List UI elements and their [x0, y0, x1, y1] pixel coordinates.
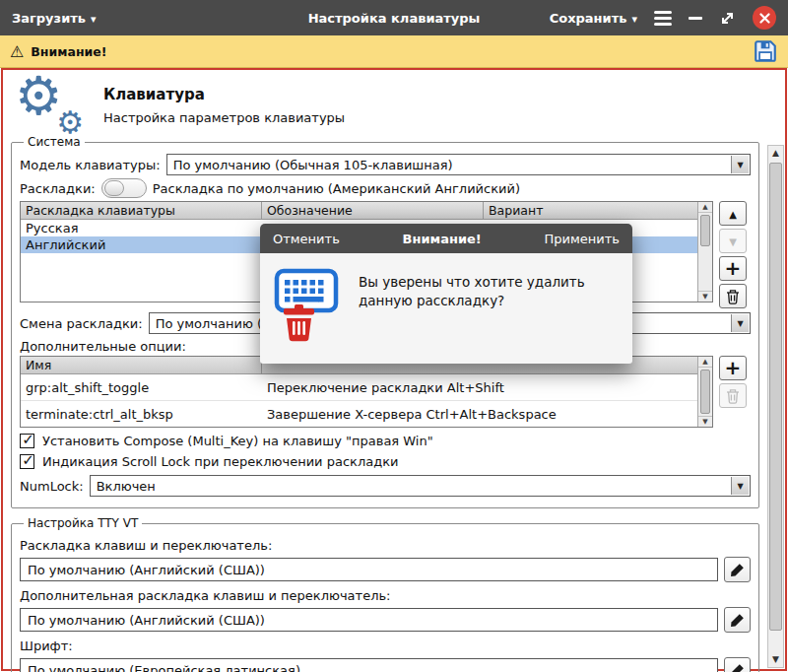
menu-button[interactable]: [654, 6, 672, 30]
options-table-zone: Имя grp:alt_shift_toggle Переключение ра…: [20, 356, 751, 428]
compose-checkbox[interactable]: [20, 434, 34, 448]
checkmark-icon: [21, 433, 33, 450]
column-header-code[interactable]: Обозначение: [262, 202, 484, 220]
load-button-label: Загрузить: [12, 11, 86, 26]
layout-table-scrollbar[interactable]: ▲ ▼: [697, 202, 712, 302]
checkmark-icon: [21, 453, 33, 471]
titlebar: Загрузить Настройка клавиатуры Сохранить: [0, 0, 788, 35]
layout-table-buttons: [719, 201, 749, 308]
load-button[interactable]: Загрузить: [12, 11, 97, 26]
tty-extra-layout-input[interactable]: По умолчанию (Английский (США)): [20, 608, 718, 632]
add-layout-button[interactable]: [719, 256, 747, 281]
options-table-scrollbar[interactable]: ▲ ▼: [697, 357, 712, 427]
edit-tty-layout-button[interactable]: [724, 557, 751, 582]
scrolllock-checkbox-row[interactable]: Индикация Scroll Lock при переключении р…: [20, 454, 751, 469]
numlock-select[interactable]: Включен: [90, 475, 751, 497]
scroll-down-icon[interactable]: ▼: [698, 416, 712, 427]
main-panel: Клавиатура Настройка параметров клавиату…: [1, 68, 787, 671]
layouts-default-toggle[interactable]: [101, 178, 147, 198]
keyboard-model-select[interactable]: По умолчанию (Обычная 105-клавишная): [166, 154, 751, 175]
tty-font-label: Шрифт:: [20, 638, 751, 653]
layout-table-header: Раскладка клавиатуры Обозначение Вариант: [21, 202, 712, 220]
options-table: Имя grp:alt_shift_toggle Переключение ра…: [20, 356, 713, 428]
keyboard-model-value: По умолчанию (Обычная 105-клавишная): [173, 158, 453, 172]
main-scrollbar[interactable]: ▲ ▼: [767, 145, 784, 668]
settings-content: Система Модель клавиатуры: По умолчанию …: [3, 135, 785, 672]
plus-icon: [725, 359, 742, 378]
column-header-name[interactable]: Имя: [21, 357, 262, 374]
dialog-apply-button[interactable]: Применить: [545, 232, 620, 246]
layouts-row: Раскладки: Раскладка по умолчанию (Амери…: [20, 178, 751, 198]
add-option-button[interactable]: [719, 356, 747, 380]
pencil-icon: [730, 563, 745, 577]
numlock-label: NumLock:: [20, 479, 84, 494]
dropdown-arrow-icon[interactable]: [731, 156, 749, 173]
dropdown-arrow-icon[interactable]: [731, 477, 749, 495]
gear-icon: [56, 107, 84, 138]
options-table-buttons: [719, 356, 749, 428]
compose-checkbox-row[interactable]: Установить Compose (Multi_Key) на клавиш…: [20, 434, 751, 448]
layout-switch-label: Смена раскладки:: [20, 316, 143, 331]
edit-tty-font-button[interactable]: [724, 657, 751, 672]
pencil-icon: [730, 663, 745, 672]
layouts-default-text: Раскладка по умолчанию (Американский Анг…: [153, 181, 520, 196]
layouts-label: Раскладки:: [20, 181, 96, 196]
caret-down-icon: [86, 11, 97, 26]
save-file-button[interactable]: [753, 38, 778, 64]
dialog-header: Отменить Внимание! Применить: [260, 224, 632, 253]
keyboard-model-label: Модель клавиатуры:: [20, 158, 161, 172]
move-up-button[interactable]: [719, 201, 747, 226]
expand-icon: [719, 10, 736, 27]
option-name: terminate:ctrl_alt_bksp: [21, 407, 262, 422]
option-description: Переключение раскладки Alt+Shift: [262, 380, 712, 395]
cell-layout-name: Русская: [21, 220, 262, 236]
minimize-button[interactable]: [689, 6, 702, 30]
scroll-down-icon[interactable]: ▼: [698, 291, 712, 302]
warning-bar: Внимание!: [0, 35, 788, 68]
scroll-up-icon[interactable]: ▲: [698, 202, 712, 213]
keyboard-model-row: Модель клавиатуры: По умолчанию (Обычная…: [20, 154, 751, 175]
scrolllock-checkbox-label: Индикация Scroll Lock при переключении р…: [42, 454, 398, 469]
column-header-layout[interactable]: Раскладка клавиатуры: [21, 202, 262, 220]
dialog-cancel-button[interactable]: Отменить: [273, 232, 340, 246]
cell-layout-name: Английский: [21, 236, 262, 253]
option-row[interactable]: terminate:ctrl_alt_bksp Завершение X-сер…: [21, 401, 712, 428]
tty-font-row: По умолчанию (Европейская латинская): [20, 657, 751, 672]
minimize-icon: [689, 17, 702, 20]
numlock-row: NumLock: Включен: [20, 475, 751, 497]
dropdown-arrow-icon[interactable]: [731, 314, 749, 332]
trash-icon: [284, 304, 314, 341]
column-header-variant[interactable]: Вариант: [484, 202, 712, 220]
tty-group: Настройка TTY VT Раскладка клавиш и пере…: [11, 516, 759, 672]
scroll-up-icon[interactable]: ▲: [768, 146, 783, 161]
page-header: Клавиатура Настройка параметров клавиату…: [3, 70, 785, 135]
arrow-down-icon: [729, 234, 737, 248]
edit-tty-extra-layout-button[interactable]: [724, 607, 751, 633]
tty-extra-layout-row: По умолчанию (Английский (США)): [20, 607, 751, 633]
hamburger-icon: [654, 11, 672, 14]
maximize-button[interactable]: [719, 6, 736, 30]
pencil-icon: [730, 613, 745, 628]
warning-icon: [10, 42, 31, 61]
scrollbar-thumb[interactable]: [700, 215, 710, 246]
toggle-knob: [104, 180, 124, 196]
scrollbar-thumb[interactable]: [769, 163, 782, 631]
option-row[interactable]: grp:alt_shift_toggle Переключение раскла…: [21, 374, 712, 401]
window-title: Настройка клавиатуры: [308, 11, 481, 26]
close-button[interactable]: [753, 6, 776, 30]
scrolllock-checkbox[interactable]: [20, 454, 34, 469]
move-down-button: [719, 229, 747, 253]
tty-layout-input[interactable]: По умолчанию (Английский (США)): [20, 558, 718, 581]
numlock-value: Включен: [97, 479, 156, 494]
delete-layout-button[interactable]: [719, 284, 747, 308]
plus-icon: [725, 259, 742, 279]
save-button[interactable]: Сохранить: [550, 11, 637, 26]
compose-checkbox-label: Установить Compose (Multi_Key) на клавиш…: [42, 434, 433, 448]
arrow-up-icon: [729, 206, 737, 221]
tty-font-input[interactable]: По умолчанию (Европейская латинская): [20, 658, 718, 672]
trash-icon: [726, 388, 740, 404]
scrollbar-thumb[interactable]: [700, 370, 710, 414]
option-name: grp:alt_shift_toggle: [21, 380, 262, 395]
scroll-down-icon[interactable]: ▼: [768, 652, 783, 667]
scroll-up-icon[interactable]: ▲: [698, 357, 712, 368]
